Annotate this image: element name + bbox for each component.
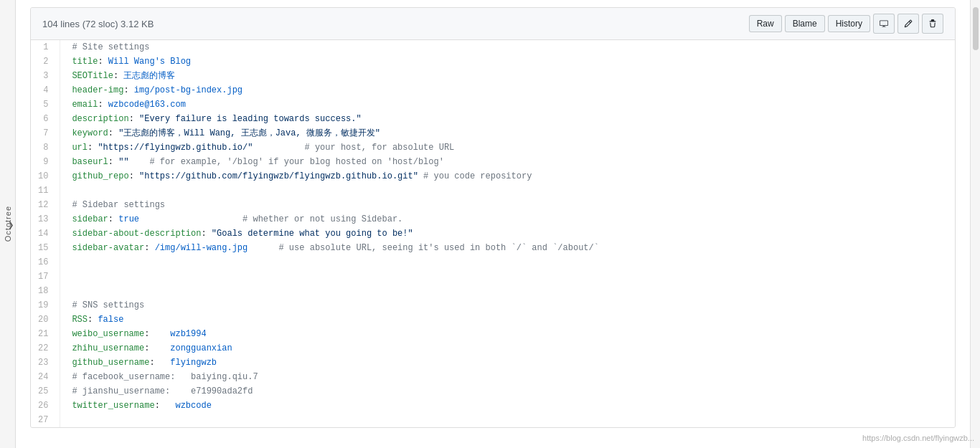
edit-icon[interactable] bbox=[897, 14, 919, 34]
line-number: 18 bbox=[31, 284, 60, 298]
line-number: 26 bbox=[31, 399, 60, 413]
main-content: 104 lines (72 sloc) 3.12 KB Raw Blame Hi… bbox=[16, 0, 970, 448]
line-number: 22 bbox=[31, 341, 60, 356]
line-content: # facebook_username: baiying.qiu.7 bbox=[60, 370, 955, 384]
table-row: 2title: Will Wang's Blog bbox=[31, 54, 955, 69]
file-meta: 104 lines (72 sloc) 3.12 KB bbox=[42, 19, 154, 29]
code-body: 1# Site settings2title: Will Wang's Blog… bbox=[31, 40, 955, 427]
line-content: # Sidebar settings bbox=[60, 198, 955, 212]
line-content: sidebar-about-description: "Goals determ… bbox=[60, 227, 955, 241]
line-content bbox=[60, 184, 955, 198]
line-content bbox=[60, 284, 955, 298]
table-row: 26twitter_username: wzbcode bbox=[31, 399, 955, 413]
line-content: # Site settings bbox=[60, 40, 955, 54]
line-content: zhihu_username: zongguanxian bbox=[60, 341, 955, 356]
file-viewer: 104 lines (72 sloc) 3.12 KB Raw Blame Hi… bbox=[30, 7, 956, 428]
table-row: 24# facebook_username: baiying.qiu.7 bbox=[31, 370, 955, 384]
desktop-icon[interactable] bbox=[873, 14, 895, 34]
line-content: email: wzbcode@163.com bbox=[60, 97, 955, 112]
table-row: 15sidebar-avatar: /img/will-wang.jpg # u… bbox=[31, 241, 955, 255]
line-number: 9 bbox=[31, 155, 60, 169]
line-content bbox=[60, 413, 955, 427]
line-content: RSS: false bbox=[60, 313, 955, 327]
line-content: SEOTitle: 王志彪的博客 bbox=[60, 69, 955, 83]
line-number: 5 bbox=[31, 97, 60, 112]
line-content: url: "https://flyingwzb.github.io/" # yo… bbox=[60, 140, 955, 155]
line-number: 6 bbox=[31, 112, 60, 126]
line-number: 2 bbox=[31, 54, 60, 69]
line-number: 25 bbox=[31, 384, 60, 399]
line-number: 21 bbox=[31, 327, 60, 341]
blame-button[interactable]: Blame bbox=[785, 15, 825, 32]
octotree-label: Octotree bbox=[4, 206, 12, 242]
line-content: weibo_username: wzb1994 bbox=[60, 327, 955, 341]
line-number: 10 bbox=[31, 169, 60, 184]
line-number: 1 bbox=[31, 40, 60, 54]
table-row: 9baseurl: "" # for example, '/blog' if y… bbox=[31, 155, 955, 169]
line-number: 7 bbox=[31, 126, 60, 140]
file-header: 104 lines (72 sloc) 3.12 KB Raw Blame Hi… bbox=[31, 8, 955, 40]
line-content bbox=[60, 255, 955, 270]
table-row: 6description: "Every failure is leading … bbox=[31, 112, 955, 126]
table-row: 16 bbox=[31, 255, 955, 270]
line-content: twitter_username: wzbcode bbox=[60, 399, 955, 413]
line-number: 13 bbox=[31, 212, 60, 227]
line-content: sidebar: true # whether or not using Sid… bbox=[60, 212, 955, 227]
table-row: 11 bbox=[31, 184, 955, 198]
line-content: sidebar-avatar: /img/will-wang.jpg # use… bbox=[60, 241, 955, 255]
table-row: 18 bbox=[31, 284, 955, 298]
table-row: 14sidebar-about-description: "Goals dete… bbox=[31, 227, 955, 241]
table-row: 12# Sidebar settings bbox=[31, 198, 955, 212]
table-row: 19# SNS settings bbox=[31, 298, 955, 313]
table-row: 20RSS: false bbox=[31, 313, 955, 327]
line-content: # SNS settings bbox=[60, 298, 955, 313]
line-content: title: Will Wang's Blog bbox=[60, 54, 955, 69]
table-row: 8url: "https://flyingwzb.github.io/" # y… bbox=[31, 140, 955, 155]
line-number: 3 bbox=[31, 69, 60, 83]
table-row: 27 bbox=[31, 413, 955, 427]
line-number: 24 bbox=[31, 370, 60, 384]
table-row: 21weibo_username: wzb1994 bbox=[31, 327, 955, 341]
line-number: 8 bbox=[31, 140, 60, 155]
table-row: 7keyword: "王志彪的博客，Will Wang, 王志彪，Java, 微… bbox=[31, 126, 955, 140]
table-row: 5email: wzbcode@163.com bbox=[31, 97, 955, 112]
code-table: 1# Site settings2title: Will Wang's Blog… bbox=[31, 40, 955, 427]
line-number: 14 bbox=[31, 227, 60, 241]
table-row: 22zhihu_username: zongguanxian bbox=[31, 341, 955, 356]
table-row: 3SEOTitle: 王志彪的博客 bbox=[31, 69, 955, 83]
line-content: # jianshu_username: e71990ada2fd bbox=[60, 384, 955, 399]
line-number: 12 bbox=[31, 198, 60, 212]
table-row: 17 bbox=[31, 270, 955, 284]
line-content: github_repo: "https://github.com/flyingw… bbox=[60, 169, 955, 184]
line-content: baseurl: "" # for example, '/blog' if yo… bbox=[60, 155, 955, 169]
octotree-panel[interactable]: ❯ Octotree bbox=[0, 0, 16, 448]
line-number: 4 bbox=[31, 83, 60, 97]
history-button[interactable]: History bbox=[828, 15, 870, 32]
raw-button[interactable]: Raw bbox=[749, 15, 782, 32]
line-content: github_username: flyingwzb bbox=[60, 356, 955, 370]
line-number: 27 bbox=[31, 413, 60, 427]
line-content: header-img: img/post-bg-index.jpg bbox=[60, 83, 955, 97]
file-actions: Raw Blame History bbox=[749, 14, 943, 34]
table-row: 4header-img: img/post-bg-index.jpg bbox=[31, 83, 955, 97]
line-content: description: "Every failure is leading t… bbox=[60, 112, 955, 126]
line-number: 20 bbox=[31, 313, 60, 327]
line-content: keyword: "王志彪的博客，Will Wang, 王志彪，Java, 微服… bbox=[60, 126, 955, 140]
table-row: 23github_username: flyingwzb bbox=[31, 356, 955, 370]
line-number: 23 bbox=[31, 356, 60, 370]
scrollbar-thumb bbox=[973, 7, 979, 50]
table-row: 25# jianshu_username: e71990ada2fd bbox=[31, 384, 955, 399]
line-number: 15 bbox=[31, 241, 60, 255]
line-number: 19 bbox=[31, 298, 60, 313]
table-row: 1# Site settings bbox=[31, 40, 955, 54]
scrollbar[interactable] bbox=[970, 0, 980, 448]
table-row: 10github_repo: "https://github.com/flyin… bbox=[31, 169, 955, 184]
table-row: 13sidebar: true # whether or not using S… bbox=[31, 212, 955, 227]
line-number: 17 bbox=[31, 270, 60, 284]
delete-icon[interactable] bbox=[922, 14, 943, 34]
line-number: 16 bbox=[31, 255, 60, 270]
line-content bbox=[60, 270, 955, 284]
line-number: 11 bbox=[31, 184, 60, 198]
